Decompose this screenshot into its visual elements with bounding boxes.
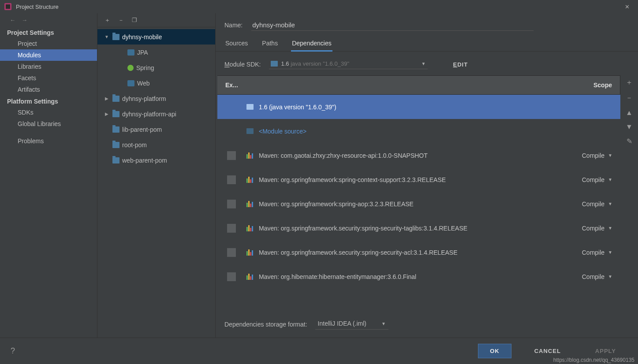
copy-icon[interactable]: ❐ <box>132 17 137 23</box>
apply-button[interactable]: APPLY <box>584 344 627 358</box>
export-checkbox[interactable] <box>227 200 236 208</box>
folder-icon <box>112 142 119 148</box>
sdk-folder-icon <box>246 104 254 110</box>
tree-node[interactable]: Spring <box>97 60 215 75</box>
export-checkbox[interactable] <box>227 175 236 184</box>
module-name-input[interactable] <box>251 19 534 31</box>
move-down-icon[interactable]: ▼ <box>626 123 633 131</box>
module-folder-icon <box>246 128 254 134</box>
tree-node[interactable]: ▶dyhnsy-platform <box>97 91 215 106</box>
dependency-row[interactable]: Maven: com.gaotai.zhxy:zhxy-resource-api… <box>217 143 620 167</box>
dependency-row[interactable]: Maven: org.hibernate:hibernate-entityman… <box>217 264 620 289</box>
titlebar: Project Structure ✕ <box>0 0 638 13</box>
dependencies-header: Ex... Scope <box>217 75 620 95</box>
chevron-down-icon: ▼ <box>608 201 612 206</box>
dependency-label: Maven: org.springframework.security:spri… <box>259 225 582 232</box>
move-up-icon[interactable]: ▲ <box>626 109 633 117</box>
export-checkbox[interactable] <box>227 272 236 281</box>
scope-select[interactable]: Compile▼ <box>582 273 612 280</box>
sidebar-item-libraries[interactable]: Libraries <box>0 61 97 72</box>
forward-icon[interactable]: → <box>22 17 27 23</box>
tree-node-label: JPA <box>137 49 148 56</box>
scope-select[interactable]: Compile▼ <box>582 225 612 232</box>
scope-select[interactable]: Compile▼ <box>582 249 612 256</box>
close-icon[interactable]: ✕ <box>620 4 634 10</box>
expand-arrow-icon[interactable]: ▶ <box>104 111 110 116</box>
app-logo-icon <box>4 3 11 10</box>
add-dependency-icon[interactable]: ＋ <box>626 78 633 87</box>
folder-icon <box>112 157 119 163</box>
chevron-down-icon: ▼ <box>381 321 386 326</box>
export-checkbox[interactable] <box>227 151 236 160</box>
library-icon <box>246 274 253 280</box>
dependency-row[interactable]: Maven: org.springframework.security:spri… <box>217 216 620 240</box>
module-tree-panel: ＋ － ❐ ▼dyhnsy-mobileJPASpringWeb▶dyhnsy-… <box>97 13 216 338</box>
tab-sources[interactable]: Sources <box>224 40 249 51</box>
dependency-label: 1.6 (java version "1.6.0_39") <box>259 104 612 111</box>
spring-icon <box>127 65 134 71</box>
folder-icon <box>112 111 119 117</box>
tree-node[interactable]: root-pom <box>97 137 215 152</box>
col-export[interactable]: Ex... <box>225 82 593 89</box>
col-scope[interactable]: Scope <box>593 82 612 89</box>
sidebar-item-global-libraries[interactable]: Global Libraries <box>0 118 97 130</box>
sidebar-item-modules[interactable]: Modules <box>0 49 97 61</box>
tree-node[interactable]: Web <box>97 75 215 91</box>
tree-node-label: root-pom <box>122 141 147 149</box>
chevron-down-icon: ▼ <box>608 274 612 279</box>
dependency-label: Maven: com.gaotai.zhxy:zhxy-resource-api… <box>259 152 582 159</box>
module-sdk-select[interactable]: 1.6 java version "1.6.0_39" ▼ <box>269 59 428 69</box>
tree-node-label: web-parent-pom <box>122 157 167 164</box>
storage-format-label: Dependencies storage format: <box>224 321 307 328</box>
export-checkbox[interactable] <box>227 248 236 257</box>
tree-node[interactable]: ▶dyhnsy-platform-api <box>97 106 215 122</box>
dependency-label: Maven: org.hibernate:hibernate-entityman… <box>259 273 582 280</box>
sidebar-item-sdks[interactable]: SDKs <box>0 107 97 118</box>
dependency-row[interactable]: <Module source> <box>217 119 620 143</box>
scope-select[interactable]: Compile▼ <box>582 201 612 208</box>
sidebar-group-title: Platform Settings <box>0 95 97 107</box>
help-icon[interactable]: ? <box>11 346 15 356</box>
library-icon <box>246 201 253 207</box>
remove-icon[interactable]: － <box>118 16 124 24</box>
edit-dependency-icon[interactable]: ✎ <box>627 137 632 145</box>
expand-arrow-icon[interactable]: ▼ <box>104 34 110 39</box>
module-sdk-label: Module SDK: <box>224 61 261 68</box>
tree-node[interactable]: web-parent-pom <box>97 152 215 168</box>
jpa-icon <box>127 49 134 56</box>
export-checkbox[interactable] <box>227 224 236 233</box>
tab-dependencies[interactable]: Dependencies <box>291 40 332 51</box>
sidebar-item-facets[interactable]: Facets <box>0 72 97 84</box>
tree-node[interactable]: ▼dyhnsy-mobile <box>97 29 215 45</box>
dependency-row[interactable]: Maven: org.springframework:spring-contex… <box>217 167 620 192</box>
sidebar-item-artifacts[interactable]: Artifacts <box>0 84 97 95</box>
sidebar-item-project[interactable]: Project <box>0 38 97 49</box>
dependency-row[interactable]: Maven: org.springframework:spring-aop:3.… <box>217 192 620 216</box>
sdk-value: 1.6 java version "1.6.0_39" <box>281 60 350 67</box>
scope-select[interactable]: Compile▼ <box>582 152 612 159</box>
storage-format-select[interactable]: IntelliJ IDEA (.iml) ▼ <box>315 319 388 330</box>
back-icon[interactable]: ← <box>10 17 15 23</box>
scope-select[interactable]: Compile▼ <box>582 176 612 183</box>
library-icon <box>246 152 253 159</box>
dependency-row[interactable]: 1.6 (java version "1.6.0_39") <box>217 95 620 119</box>
add-icon[interactable]: ＋ <box>104 16 110 24</box>
tab-paths[interactable]: Paths <box>261 40 279 51</box>
cancel-button[interactable]: CANCEL <box>523 344 572 358</box>
sidebar-problems[interactable]: Problems <box>0 130 97 147</box>
folder-icon <box>112 126 119 133</box>
ok-button[interactable]: OK <box>478 344 511 358</box>
chevron-down-icon: ▼ <box>608 226 612 230</box>
remove-dependency-icon[interactable]: － <box>626 93 633 103</box>
tree-node[interactable]: JPA <box>97 45 215 60</box>
dependency-row[interactable]: Maven: org.springframework.security:spri… <box>217 240 620 264</box>
dependency-label: Maven: org.springframework:spring-contex… <box>259 176 582 183</box>
dependency-toolbar: ＋ － ▲ ▼ ✎ <box>620 75 638 311</box>
sdk-edit-button[interactable]: EDIT <box>453 61 468 68</box>
tree-node[interactable]: lib-parent-pom <box>97 122 215 137</box>
tree-node-label: dyhnsy-platform-api <box>122 111 176 118</box>
sdk-folder-icon <box>271 61 278 67</box>
watermark-text: https://blog.csdn.net/qq_43690135 <box>553 357 634 363</box>
folder-icon <box>112 96 119 102</box>
expand-arrow-icon[interactable]: ▶ <box>104 96 110 101</box>
